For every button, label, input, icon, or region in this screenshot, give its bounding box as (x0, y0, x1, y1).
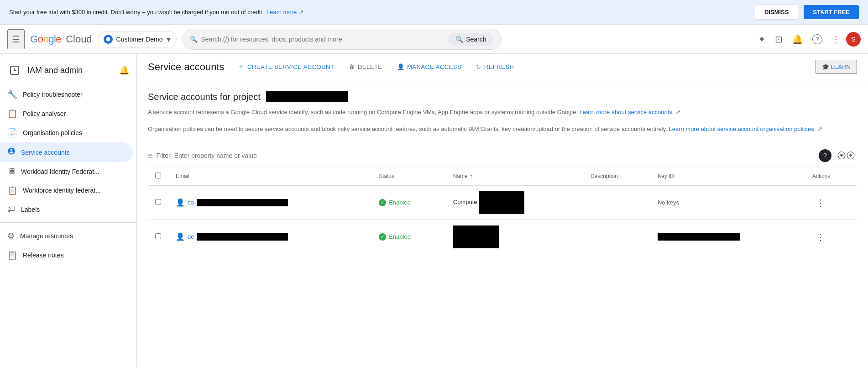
sidebar-item-label: Policy analyser (23, 110, 66, 117)
select-all-header (148, 167, 168, 186)
table-body: 👤 co Enabled Compute (148, 185, 857, 254)
help-icon: ? (812, 34, 822, 44)
email-cell: 👤 co (168, 185, 371, 220)
service-account-icon (7, 147, 16, 157)
sidebar-item-policy-troubleshooter[interactable]: 🔧 Policy troubleshooter (0, 85, 133, 104)
manage-resources-icon: ⚙ (7, 231, 15, 241)
search-button-icon: 🔍 (455, 36, 463, 43)
create-service-account-button[interactable]: ＋ CREATE SERVICE ACCOUNT (232, 59, 340, 74)
table-row: 👤 de Enabled (148, 220, 857, 254)
avatar[interactable]: S (846, 32, 861, 47)
search-button[interactable]: 🔍 Search (448, 33, 493, 46)
release-notes-icon: 📋 (7, 250, 17, 260)
filter-help-icon[interactable]: ? (819, 149, 831, 162)
sidebar-item-labels[interactable]: 🏷 Labels (0, 200, 133, 219)
org-policy-text: Organisation policies can be used to sec… (148, 125, 857, 134)
enabled-status-icon (379, 199, 386, 206)
row-actions-menu-button[interactable]: ⋮ (812, 195, 829, 210)
terminal-icon-button[interactable]: ⊡ (771, 30, 786, 48)
sidebar-item-label: Release notes (23, 252, 64, 259)
plus-icon: ＋ (237, 62, 245, 72)
sidebar-title: IAM and admin (27, 66, 83, 75)
header-icon-group: ✦ ⊡ 🔔 ? ⋮ S (754, 30, 861, 48)
row-checkbox[interactable] (155, 233, 161, 239)
name-column-header[interactable]: Name ↑ (446, 167, 583, 186)
description-column-header: Description (583, 167, 650, 186)
google-cloud-logo[interactable]: Google Cloud (30, 33, 92, 45)
svg-point-0 (106, 37, 110, 41)
app-header: ☰ Google Cloud Customer Demo ▾ 🔍 🔍 Searc… (0, 25, 868, 54)
sidebar-item-workload-identity[interactable]: 🖥 Workload Identity Federat... (0, 162, 133, 181)
name-sort-button[interactable]: Name ↑ (453, 173, 576, 180)
no-keys-label: No keys (658, 199, 679, 206)
select-all-checkbox[interactable] (155, 173, 161, 178)
email-text-prefix: de (188, 233, 194, 240)
sparkle-icon-button[interactable]: ✦ (754, 30, 769, 48)
workload-icon: 🖥 (7, 167, 16, 176)
dismiss-button[interactable]: DISMISS (755, 5, 798, 20)
create-label: CREATE SERVICE ACCOUNT (247, 63, 334, 70)
page-title: Service accounts (148, 61, 225, 73)
top-banner: Start your free trial with $300 in credi… (0, 0, 868, 25)
status-enabled: Enabled (379, 233, 439, 241)
name-text: Compute (453, 199, 477, 205)
sort-arrow-icon: ↑ (470, 173, 473, 180)
search-input[interactable] (201, 36, 445, 43)
status-cell: Enabled (371, 220, 446, 254)
key-id-cell (650, 220, 805, 254)
email-header-label: Email (176, 173, 189, 179)
learn-more-accounts-link[interactable]: Learn more about service accounts. (580, 109, 674, 115)
sidebar-item-release-notes[interactable]: 📋 Release notes (0, 246, 133, 265)
more-vert-icon-button[interactable]: ⋮ (828, 30, 844, 48)
learn-more-org-policy-link[interactable]: Learn more about service account organis… (669, 126, 816, 132)
labels-icon: 🏷 (7, 204, 16, 214)
email-column-header: Email (168, 167, 371, 186)
refresh-label: REFRESH (484, 63, 514, 70)
refresh-button[interactable]: ↻ REFRESH (471, 61, 519, 73)
filter-input[interactable] (174, 152, 815, 159)
key-id-redacted-box (658, 233, 740, 241)
sidebar-bell-icon[interactable]: 🔔 (119, 65, 129, 75)
column-toggle-icon[interactable]: ⦿⦿ (835, 149, 857, 163)
delete-button[interactable]: 🗑 DELETE (343, 61, 387, 73)
manage-access-button[interactable]: 👤 MANAGE ACCESS (392, 61, 467, 73)
row-actions-menu-button[interactable]: ⋮ (812, 230, 829, 244)
delete-icon: 🗑 (349, 63, 355, 70)
hamburger-menu-button[interactable]: ☰ (7, 29, 25, 49)
external-link-icon: ↗ (817, 126, 822, 132)
project-selector[interactable]: Customer Demo ▾ (98, 31, 177, 47)
name-header-label: Name (453, 173, 468, 179)
manage-access-icon: 👤 (397, 63, 405, 70)
sidebar-item-policy-analyser[interactable]: 📋 Policy analyser (0, 104, 133, 123)
row-checkbox[interactable] (155, 199, 161, 205)
project-name: Customer Demo (116, 36, 163, 43)
google-logo-text: Google (30, 33, 61, 45)
external-link-icon: ↗ (299, 9, 303, 15)
email-link[interactable]: 👤 de (176, 232, 364, 241)
status-column-header: Status (371, 167, 446, 186)
filter-icon: ≡ (148, 151, 153, 161)
status-cell: Enabled (371, 185, 446, 220)
sidebar-item-manage-resources[interactable]: ⚙ Manage resources (0, 226, 133, 246)
sidebar-item-workforce-identity[interactable]: 📋 Workforce identity federat... (0, 181, 133, 200)
name-redacted-box (479, 191, 524, 214)
status-header-label: Status (379, 173, 394, 179)
notifications-icon-button[interactable]: 🔔 (788, 30, 807, 48)
workforce-icon: 📋 (7, 185, 17, 195)
key-id-column-header: Key ID (650, 167, 805, 186)
actions-cell: ⋮ (805, 220, 857, 254)
sidebar-item-label: Organisation policies (23, 129, 82, 136)
sidebar-item-label: Service accounts (21, 149, 70, 156)
banner-learn-more-link[interactable]: Learn more (267, 9, 297, 16)
service-accounts-table: Email Status Name ↑ Description (148, 167, 857, 254)
help-icon-button[interactable]: ? (809, 31, 826, 48)
terminal-icon: ⊡ (775, 34, 783, 45)
sidebar-item-organisation-policies[interactable]: 📄 Organisation policies (0, 123, 133, 142)
delete-label: DELETE (358, 63, 382, 70)
start-free-button[interactable]: START FREE (804, 5, 859, 19)
sparkle-icon: ✦ (758, 34, 766, 45)
learn-button[interactable]: 🎓 LEARN (816, 60, 857, 74)
sidebar-item-service-accounts[interactable]: Service accounts (0, 142, 133, 162)
page-actions: ＋ CREATE SERVICE ACCOUNT 🗑 DELETE 👤 MANA… (232, 59, 520, 74)
email-link[interactable]: 👤 co (176, 198, 364, 207)
